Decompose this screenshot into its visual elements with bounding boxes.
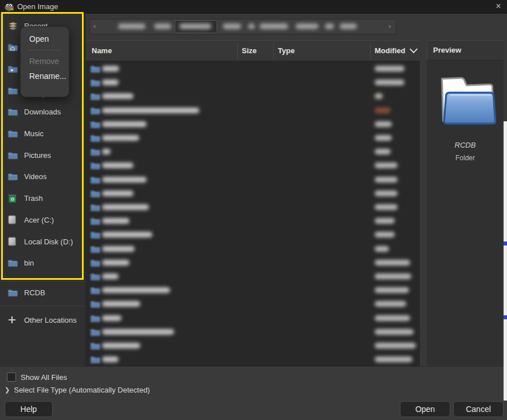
breadcrumb-segment-blurred[interactable] (325, 23, 334, 29)
file-modified-blurred (375, 301, 406, 307)
breadcrumb-segment-blurred[interactable] (223, 23, 241, 29)
cancel-button[interactable]: Cancel (453, 401, 504, 417)
svg-text:♻: ♻ (10, 197, 14, 202)
file-row[interactable] (86, 89, 420, 103)
folder-icon (90, 342, 100, 352)
path-forward-icon[interactable]: › (388, 22, 391, 30)
file-modified-blurred (375, 191, 398, 196)
sidebar-item-music[interactable]: Music (0, 123, 85, 145)
file-row[interactable] (86, 214, 420, 228)
file-row[interactable] (86, 228, 420, 241)
help-button[interactable]: Help (5, 401, 53, 417)
column-header-modified-label: Modified (375, 46, 405, 55)
menu-item-rename[interactable]: Rename... (21, 69, 69, 84)
show-all-files-checkbox[interactable] (7, 373, 16, 382)
folder-icon (90, 189, 100, 200)
folder-icon (90, 328, 100, 338)
file-row[interactable] (86, 173, 420, 187)
file-name-blurred (102, 287, 170, 293)
file-modified-blurred (375, 149, 391, 154)
file-row[interactable] (86, 297, 420, 311)
sidebar-item-videos[interactable]: Videos (0, 166, 85, 188)
file-name-blurred (102, 260, 129, 266)
sidebar-item-local-disk-d[interactable]: Local Disk (D:) (0, 231, 85, 252)
sidebar-item-other-locations[interactable]: Other Locations (0, 309, 85, 331)
file-modified-blurred (375, 135, 392, 141)
badge-folder-icon (7, 64, 19, 74)
file-row[interactable] (86, 76, 420, 89)
column-header-modified[interactable]: Modified (375, 41, 416, 61)
folder-icon (90, 217, 100, 227)
file-row[interactable] (86, 325, 420, 339)
file-row[interactable] (86, 62, 420, 76)
file-row[interactable] (86, 270, 420, 283)
folder-icon (7, 107, 19, 117)
title-bar: Open Image × (0, 0, 507, 14)
file-modified-blurred (375, 218, 395, 224)
file-row[interactable] (86, 187, 420, 200)
file-row[interactable] (86, 145, 420, 159)
file-modified-blurred (375, 80, 404, 85)
breadcrumb-segment-blurred[interactable] (118, 23, 146, 29)
column-header-type[interactable]: Type (278, 41, 294, 61)
folder-icon (7, 172, 19, 182)
file-modified-blurred (375, 204, 398, 210)
sidebar-item-pictures[interactable]: Pictures (0, 144, 85, 166)
file-type-expander[interactable]: ❯ Select File Type (Automatically Detect… (5, 386, 150, 394)
file-modified-blurred (375, 121, 392, 127)
file-row[interactable] (86, 104, 420, 117)
breadcrumb-segment-blurred[interactable] (179, 23, 211, 29)
breadcrumb-segment-blurred[interactable] (260, 23, 288, 29)
file-row[interactable] (86, 256, 420, 270)
path-breadcrumb-bar[interactable]: ‹ › (89, 19, 396, 34)
sidebar-item-bin[interactable]: bin (0, 252, 85, 274)
sidebar-item-rcdb[interactable]: RCDB (0, 282, 85, 303)
close-icon[interactable]: × (493, 1, 504, 11)
file-row[interactable] (86, 242, 420, 256)
file-row[interactable] (86, 131, 420, 145)
folder-icon (90, 272, 100, 283)
breadcrumb-segment-blurred[interactable] (248, 23, 255, 29)
folder-icon (90, 245, 100, 255)
path-back-icon[interactable]: ‹ (93, 22, 96, 30)
sidebar-item-trash[interactable]: ♻Trash (0, 188, 85, 209)
sidebar-item-label: Acer (C:) (24, 216, 54, 224)
gimp-wilber-icon (4, 2, 14, 13)
file-modified-blurred (375, 66, 404, 72)
column-header-size[interactable]: Size (242, 41, 257, 61)
background-window-sliver (504, 121, 507, 401)
context-menu: OpenRemoveRename... (20, 26, 69, 97)
open-button[interactable]: Open (400, 401, 450, 417)
context-menu-tail (37, 92, 49, 98)
file-row[interactable] (86, 352, 420, 366)
file-name-blurred (102, 93, 133, 99)
file-row[interactable] (86, 159, 420, 172)
file-name-blurred (102, 301, 140, 307)
column-header-name[interactable]: Name (92, 41, 112, 61)
sidebar-item-downloads[interactable]: Downloads (0, 101, 85, 123)
menu-item-open[interactable]: Open (21, 31, 69, 46)
file-modified-blurred (375, 163, 398, 168)
folder-icon (90, 148, 100, 158)
preview-header-label: Preview (433, 46, 504, 54)
file-list[interactable] (86, 61, 420, 366)
file-name-blurred (102, 66, 119, 72)
file-row[interactable] (86, 117, 420, 131)
file-type-expander-label: Select File Type (Automatically Detected… (14, 386, 150, 394)
file-row[interactable] (86, 200, 420, 214)
column-divider (273, 43, 274, 59)
folder-icon (90, 106, 100, 117)
file-modified-blurred (375, 260, 410, 266)
folder-icon (90, 314, 100, 324)
breadcrumb-segment-blurred[interactable] (340, 23, 357, 29)
sidebar-item-acer-c[interactable]: Acer (C:) (0, 209, 85, 231)
folder-icon (90, 134, 100, 144)
file-modified-blurred (375, 343, 416, 348)
file-modified-blurred (375, 274, 411, 279)
breadcrumb-segment-blurred[interactable] (154, 23, 171, 29)
file-row[interactable] (86, 339, 420, 352)
file-row[interactable] (86, 311, 420, 325)
file-row[interactable] (86, 283, 420, 297)
column-divider (237, 43, 238, 59)
breadcrumb-segment-blurred[interactable] (296, 23, 319, 29)
